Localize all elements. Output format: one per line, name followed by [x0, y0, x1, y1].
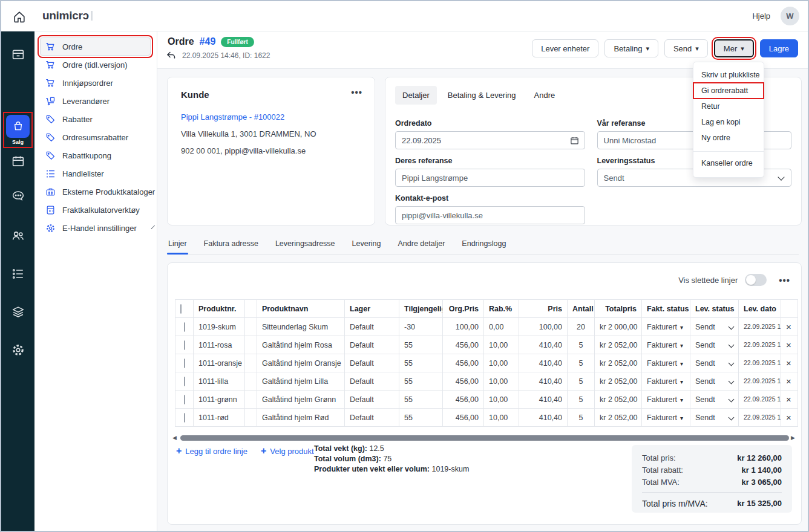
section-tab[interactable]: Linjer	[167, 237, 188, 254]
remove-line-icon[interactable]	[781, 354, 798, 372]
tag-icon	[45, 151, 56, 161]
deres-referanse-input[interactable]: Pippi Langstrømpe	[395, 169, 585, 187]
section-tab[interactable]: Andre detaljer	[397, 237, 447, 254]
help-link[interactable]: Hjelp	[752, 11, 770, 21]
fakt-status-dropdown[interactable]: Fakturert	[642, 391, 690, 409]
details-tab[interactable]: Andre	[527, 86, 563, 105]
send-dropdown-button[interactable]: Send	[664, 39, 708, 57]
section-tab[interactable]: Faktura adresse	[203, 237, 260, 254]
row-checkbox[interactable]	[184, 413, 185, 423]
cart-icon	[45, 42, 56, 52]
lev-status-select[interactable]: Sendt	[690, 336, 739, 354]
home-icon[interactable]	[12, 10, 27, 24]
sidebar-item[interactable]: Leverandører	[40, 92, 151, 110]
customer-menu-icon[interactable]: •••	[351, 87, 362, 97]
cell-lev-dato: 22.09.2025 16:21	[739, 336, 781, 354]
checklist-icon[interactable]	[11, 267, 25, 281]
customer-link[interactable]: Pippi Langstrømpe - #100022	[181, 112, 361, 122]
menu-item[interactable]: Skriv ut plukkliste	[693, 67, 764, 83]
sidebar-item[interactable]: Handlelister	[40, 164, 151, 183]
archive-box-icon[interactable]	[11, 47, 25, 62]
sidebar-item[interactable]: Fraktkalkulatorverktøy	[40, 201, 151, 219]
fakt-status-dropdown[interactable]: Fakturert	[642, 354, 690, 372]
mer-dropdown-button[interactable]: Mer	[714, 39, 754, 57]
layers-icon[interactable]	[11, 305, 25, 319]
ordredato-input[interactable]: 22.09.2025	[395, 131, 585, 149]
row-checkbox[interactable]	[184, 358, 185, 368]
sidebar-item[interactable]: Rabattkupong	[40, 146, 151, 164]
remove-line-icon[interactable]	[781, 409, 798, 427]
people-icon[interactable]	[11, 229, 25, 243]
lev-status-select[interactable]: Sendt	[690, 409, 739, 427]
fakt-status-dropdown[interactable]: Fakturert	[642, 372, 690, 391]
lever-enheter-button[interactable]: Lever enheter	[532, 39, 598, 57]
menu-item[interactable]: Lag en kopi	[693, 114, 764, 130]
cell-orgpris: 100,00	[443, 318, 484, 336]
weight-row: Produkter uten vekt eller volum: 1019-sk…	[314, 465, 469, 473]
menu-item[interactable]: Gi ordrerabatt	[693, 83, 764, 99]
show-deleted-toggle[interactable]	[745, 274, 767, 286]
sidebar-item[interactable]: Innkjøpsordrer	[40, 74, 151, 92]
sidebar-item[interactable]: Ordre	[40, 37, 151, 56]
menu-item[interactable]: Ny ordre	[693, 130, 764, 146]
kontakt-epost-input[interactable]: pippi@villa-villekulla.se	[395, 206, 585, 224]
fakt-status-dropdown[interactable]: Fakturert	[642, 336, 690, 354]
sidebar-item[interactable]: Ordre (tidl.versjon)	[40, 56, 151, 74]
calendar-picker-icon[interactable]	[570, 136, 579, 145]
gear-icon[interactable]	[11, 343, 25, 357]
row-checkbox[interactable]	[184, 340, 185, 350]
lev-status-select[interactable]: Sendt	[690, 354, 739, 372]
row-checkbox[interactable]	[184, 377, 185, 386]
menu-item[interactable]: Retur	[693, 99, 764, 114]
sidebar-item-label: Rabatter	[62, 115, 93, 124]
save-button[interactable]: Lagre	[760, 39, 798, 57]
section-tab[interactable]: Leveringsadresse	[274, 237, 336, 254]
table-header-row: Produktnr. Produktnavn Lager Tilgjengeli…	[175, 300, 798, 318]
fakt-status-dropdown[interactable]: Fakturert	[642, 409, 690, 427]
row-checkbox[interactable]	[184, 395, 185, 404]
select-all-checkbox[interactable]	[180, 304, 182, 314]
avatar[interactable]: W	[781, 7, 799, 25]
add-order-line-button[interactable]: Legg til ordre linje	[176, 446, 247, 456]
order-number-link[interactable]: #49	[200, 36, 216, 47]
details-tab[interactable]: Detaljer	[395, 86, 437, 105]
table-menu-icon[interactable]: •••	[779, 275, 790, 285]
sidebar-item[interactable]: Rabatter	[40, 110, 151, 128]
sidebar-item-label: Ordre (tidl.versjon)	[62, 60, 128, 70]
fakt-status-dropdown[interactable]: Fakturert	[642, 318, 690, 336]
sidebar-item[interactable]: Eksterne Produktkataloger	[40, 183, 151, 201]
col-orgpris: Org.Pris	[443, 300, 484, 318]
scroll-right-icon[interactable]	[791, 435, 797, 441]
total-row: Total pris:kr 12 260,00	[642, 453, 782, 462]
cell-produktnavn: Galtåtind hjelm Grønn	[257, 391, 345, 409]
choose-product-button[interactable]: Velg produkt	[261, 446, 314, 456]
remove-line-icon[interactable]	[781, 372, 798, 391]
betaling-dropdown-button[interactable]: Betaling	[604, 39, 658, 57]
chat-icon[interactable]	[11, 189, 25, 203]
menu-item[interactable]: Kanseller ordre	[693, 151, 764, 171]
rail-item-salg[interactable]: Salg	[6, 115, 30, 145]
lev-status-select[interactable]: Sendt	[690, 372, 739, 391]
back-arrow-icon[interactable]	[166, 50, 177, 61]
lev-status-select[interactable]: Sendt	[690, 318, 739, 336]
horizontal-scrollbar[interactable]	[172, 434, 797, 441]
lev-status-select[interactable]: Sendt	[690, 391, 739, 409]
cell-orgpris: 456,00	[443, 409, 484, 427]
scrollbar-thumb[interactable]	[180, 435, 789, 441]
weight-row: Total volum (dm3): 75	[314, 455, 469, 463]
cell-spacer	[245, 372, 257, 391]
remove-line-icon[interactable]	[781, 391, 798, 409]
calendar-icon[interactable]	[11, 154, 25, 169]
remove-line-icon[interactable]	[781, 318, 798, 336]
cell-orgpris: 456,00	[443, 391, 484, 409]
details-tab[interactable]: Betaling & Levering	[441, 86, 523, 105]
scroll-left-icon[interactable]	[172, 435, 179, 441]
col-produktnr: Produktnr.	[194, 300, 245, 318]
sidebar-item[interactable]: Ordresumsrabatter	[40, 128, 151, 146]
row-checkbox[interactable]	[184, 322, 185, 332]
section-tab[interactable]: Levering	[351, 237, 382, 254]
remove-line-icon[interactable]	[781, 336, 798, 354]
section-tab[interactable]: Endringslogg	[460, 237, 507, 254]
main-area: Ordre #49 Fullført 22.09.2025 14:46, ID:…	[157, 31, 808, 531]
sidebar-item[interactable]: E-Handel innstillinger	[40, 219, 151, 237]
